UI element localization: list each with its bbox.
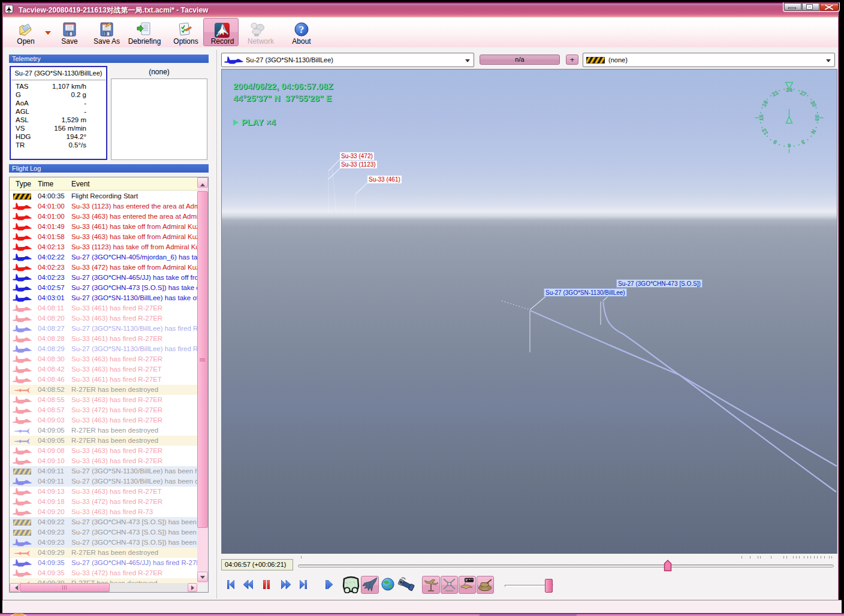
svg-text:12: 12 [760,128,769,137]
svg-text:3: 3 [800,138,806,146]
svg-text:24: 24 [786,86,792,93]
svg-text:30: 30 [809,99,818,108]
svg-text:9: 9 [772,138,778,146]
svg-text:18: 18 [760,99,769,108]
svg-text:21: 21 [771,89,780,98]
svg-text:6: 6 [788,143,791,149]
svg-text:27: 27 [799,89,808,98]
svg-text:N: N [810,128,818,135]
